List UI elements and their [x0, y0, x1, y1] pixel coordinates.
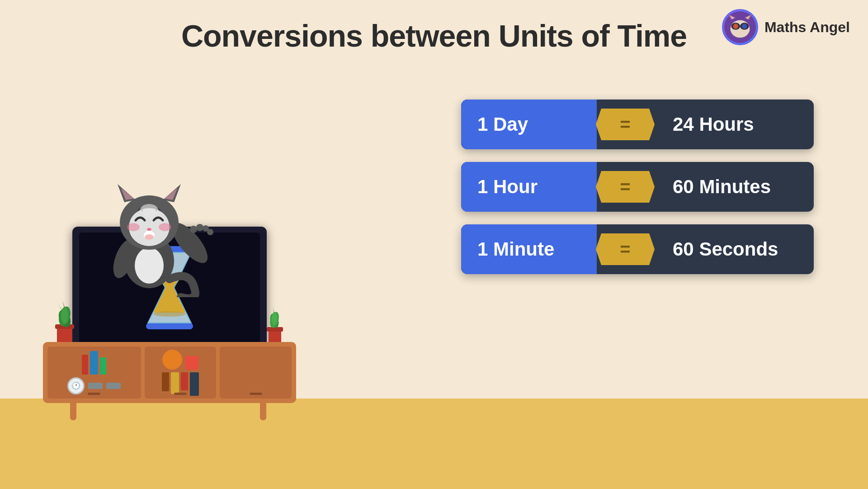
cabinet: 🕐 — [43, 342, 296, 403]
page-title: Conversions between Units of Time — [0, 18, 868, 53]
svg-point-36 — [159, 223, 171, 231]
svg-point-42 — [196, 224, 203, 231]
svg-point-39 — [145, 234, 154, 240]
equals-ribbon-minute: = — [596, 233, 655, 265]
svg-point-25 — [135, 247, 164, 284]
conversions-container: 1 Day = 24 Hours 1 Hour = 60 Minutes 1 M… — [461, 100, 814, 274]
header: Conversions between Units of Time — [0, 18, 868, 53]
card-right-text-hour: 60 Minutes — [673, 176, 771, 198]
svg-point-37 — [147, 228, 151, 231]
equals-sign-hour: = — [620, 177, 630, 197]
card-left-text-hour: 1 Hour — [477, 176, 538, 198]
card-right-hour: 60 Minutes — [655, 176, 814, 198]
equals-sign-day: = — [620, 114, 630, 135]
cat-character — [90, 171, 217, 299]
svg-point-41 — [190, 226, 197, 233]
svg-point-18 — [61, 307, 68, 323]
conversion-card-day: 1 Day = 24 Hours — [461, 100, 814, 149]
card-left-minute: 1 Minute — [461, 224, 597, 274]
conversion-card-minute: 1 Minute = 60 Seconds — [461, 224, 814, 274]
floor — [0, 399, 868, 489]
svg-point-12 — [153, 311, 186, 317]
card-right-text-minute: 60 Seconds — [673, 238, 778, 260]
card-right-minute: 60 Seconds — [655, 238, 814, 260]
plant-left — [49, 294, 80, 345]
card-left-hour: 1 Hour — [461, 162, 597, 212]
card-left-day: 1 Day — [461, 100, 597, 149]
plant-right — [262, 303, 287, 345]
svg-point-40 — [140, 204, 158, 217]
svg-point-35 — [127, 223, 140, 231]
equals-ribbon-hour: = — [596, 171, 655, 203]
cabinet-leg-left — [70, 399, 76, 420]
card-left-text-day: 1 Day — [477, 114, 528, 135]
svg-point-23 — [272, 312, 277, 325]
cabinet-leg-right — [260, 399, 266, 420]
equals-ribbon-day: = — [596, 109, 655, 140]
svg-rect-11 — [146, 323, 193, 329]
svg-point-44 — [207, 229, 213, 235]
equals-sign-minute: = — [620, 239, 630, 260]
card-right-text-day: 24 Hours — [673, 114, 754, 135]
card-left-text-minute: 1 Minute — [477, 238, 554, 260]
svg-rect-20 — [267, 327, 283, 332]
conversion-card-hour: 1 Hour = 60 Minutes — [461, 162, 814, 212]
card-right-day: 24 Hours — [655, 114, 814, 135]
